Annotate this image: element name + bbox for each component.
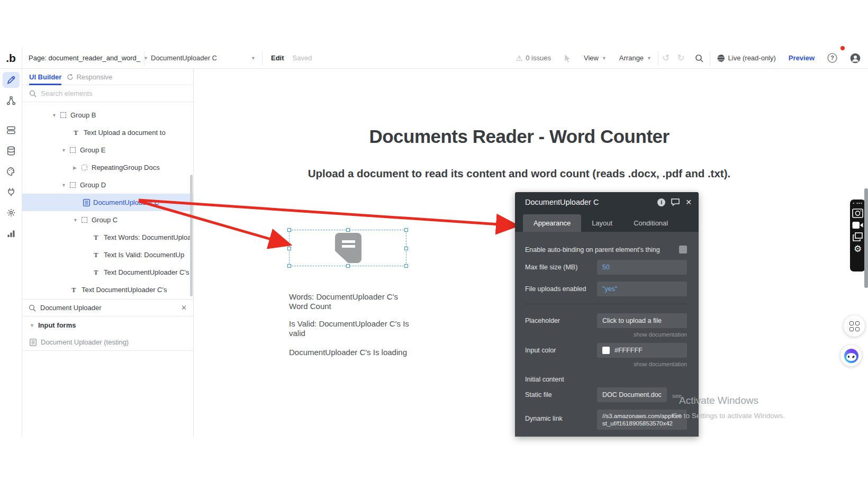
tree-caret-icon[interactable]: ▼ bbox=[61, 183, 70, 188]
resize-handle-sw[interactable] bbox=[287, 264, 291, 268]
resize-handle-se[interactable] bbox=[404, 264, 408, 268]
extension-settings-gear-icon[interactable]: ⚙ bbox=[854, 245, 862, 254]
arrange-menu[interactable]: Arrange ▼ bbox=[613, 48, 658, 69]
arrange-menu-label: Arrange bbox=[619, 54, 644, 62]
resize-handle-w[interactable] bbox=[287, 247, 291, 250]
section-input-forms-label: Input forms bbox=[38, 321, 76, 329]
camera-icon[interactable] bbox=[852, 209, 863, 218]
tree-item-text-is-valid-documentup[interactable]: TText Is Valid: DocumentUp bbox=[22, 246, 193, 264]
workflow-icon[interactable] bbox=[3, 93, 20, 108]
inspector-tab-conditional[interactable]: Conditional bbox=[623, 214, 679, 232]
group-icon bbox=[70, 182, 80, 188]
file-uploads-enabled-input[interactable]: "yes" bbox=[597, 282, 687, 296]
tree-item-text-words-documentuploa[interactable]: TText Words: DocumentUploa bbox=[22, 229, 193, 246]
page-title[interactable]: Documents Reader - Word Counter bbox=[194, 126, 845, 147]
toolbar-dots-icon[interactable]: • ••• bbox=[853, 201, 862, 205]
tree-item-text-documentuploader-c-s[interactable]: TText DocumentUploader C's bbox=[22, 264, 193, 281]
inspector-tab-appearance[interactable]: Appearance bbox=[523, 214, 581, 232]
bubble-logo[interactable]: .b bbox=[0, 48, 22, 69]
styles-palette-icon[interactable] bbox=[3, 164, 20, 179]
copy-pages-icon[interactable] bbox=[853, 232, 863, 241]
color-swatch[interactable] bbox=[602, 347, 610, 354]
database-icon[interactable] bbox=[3, 143, 20, 159]
tree-item-label: Group D bbox=[80, 181, 106, 189]
settings-gear-icon[interactable] bbox=[3, 205, 20, 221]
section-input-forms[interactable]: ▼ Input forms bbox=[22, 316, 193, 334]
activate-windows-watermark-sub: Go to Settings to activate Windows. bbox=[672, 412, 785, 420]
comment-icon[interactable] bbox=[671, 198, 680, 206]
tree-item-group-d[interactable]: ▼Group D bbox=[22, 176, 193, 194]
resize-handle-nw[interactable] bbox=[287, 228, 291, 232]
grid-icon bbox=[849, 321, 860, 331]
resize-handle-ne[interactable] bbox=[404, 228, 408, 232]
help-button[interactable]: ? bbox=[821, 48, 844, 69]
redo-icon[interactable]: ↻ bbox=[673, 48, 688, 69]
uploader-icon bbox=[83, 199, 93, 206]
tree-caret-icon[interactable]: ▼ bbox=[73, 218, 82, 223]
tree-caret-icon[interactable]: ▼ bbox=[52, 113, 60, 118]
undo-icon[interactable]: ↺ bbox=[658, 48, 673, 69]
selected-uploader-element[interactable] bbox=[289, 230, 406, 266]
show-documentation-link[interactable]: show documentation bbox=[525, 361, 687, 367]
canvas-text-element[interactable]: Words: DocumentUploader C's Word Count bbox=[289, 292, 413, 311]
logs-chart-icon[interactable] bbox=[3, 225, 20, 241]
window-scrollbar-thumb[interactable] bbox=[864, 188, 868, 288]
auto-binding-checkbox[interactable] bbox=[679, 246, 687, 253]
search-result-item[interactable]: Document Uploader (testing) bbox=[22, 334, 193, 351]
tab-responsive[interactable]: Responsive bbox=[67, 73, 112, 81]
show-documentation-link[interactable]: show documentation bbox=[525, 331, 687, 338]
edit-menu[interactable]: Edit bbox=[263, 48, 291, 69]
text-icon: T bbox=[74, 129, 84, 137]
rgroup-icon bbox=[82, 165, 92, 170]
page-selector-dropdown[interactable]: Page: document_reader_and_word_ ▼ bbox=[22, 48, 144, 69]
tree-caret-icon[interactable]: ▼ bbox=[61, 148, 70, 153]
tree-caret-icon[interactable]: ▶ bbox=[73, 165, 82, 170]
search-icon[interactable] bbox=[689, 48, 710, 69]
tree-item-text-documentuploader-c-s[interactable]: TText DocumentUploader C's bbox=[22, 281, 193, 298]
tree-item-label: Text DocumentUploader C's bbox=[82, 286, 167, 294]
static-file-input[interactable]: DOC Document.doc bbox=[597, 387, 667, 402]
inspector-tab-layout[interactable]: Layout bbox=[581, 214, 623, 232]
view-menu[interactable]: View ▼ bbox=[577, 48, 613, 69]
input-color-input[interactable]: #FFFFFF bbox=[597, 343, 687, 358]
resize-handle-n[interactable] bbox=[346, 228, 350, 232]
search-elements-field[interactable]: Search elements bbox=[22, 85, 193, 102]
preview-button[interactable]: Preview bbox=[782, 48, 821, 69]
canvas-text-element[interactable]: Is Valid: DocumentUploader C's Is valid bbox=[289, 319, 413, 338]
pages-icon[interactable] bbox=[3, 122, 20, 138]
pointer-tool-icon[interactable] bbox=[557, 48, 577, 69]
user-avatar[interactable] bbox=[844, 48, 868, 69]
max-file-size-input[interactable]: 50 bbox=[597, 260, 687, 275]
plugins-plug-icon[interactable] bbox=[3, 184, 20, 200]
tab-ui-builder[interactable]: UI Builder bbox=[29, 69, 61, 85]
extension-toolbar: • ••• ⚙ bbox=[850, 200, 865, 271]
tree-item-group-b[interactable]: ▼Group B bbox=[22, 106, 193, 124]
tree-item-repeatinggroup-docs[interactable]: ▶RepeatingGroup Docs bbox=[22, 159, 193, 176]
tree-item-documentuploader-c[interactable]: DocumentUploader C bbox=[22, 194, 193, 211]
info-icon[interactable]: i bbox=[657, 198, 665, 206]
tree-scrollbar-thumb[interactable] bbox=[190, 175, 193, 296]
page-subtitle[interactable]: Upload a document to read its content an… bbox=[194, 167, 845, 180]
tree-item-label: RepeatingGroup Docs bbox=[92, 164, 160, 171]
design-pencil-icon[interactable] bbox=[3, 72, 20, 88]
apps-grid-button[interactable] bbox=[844, 315, 865, 337]
issues-indicator[interactable]: ⚠ 0 issues bbox=[510, 48, 557, 69]
tree-item-group-c[interactable]: ▼Group C bbox=[22, 211, 193, 229]
inspector-tabs: AppearanceLayoutConditional bbox=[515, 212, 699, 232]
element-filter-value: Document Uploader bbox=[40, 304, 102, 312]
element-filter-box[interactable]: Document Uploader ✕ bbox=[22, 299, 193, 316]
resize-handle-e[interactable] bbox=[404, 247, 408, 250]
element-selector-dropdown[interactable]: DocumentUploader C ▼ bbox=[144, 48, 262, 69]
chevron-down-icon: ▼ bbox=[602, 56, 607, 61]
element-selector-label: DocumentUploader C bbox=[151, 54, 217, 62]
clear-filter-icon[interactable]: ✕ bbox=[181, 304, 187, 312]
video-camera-icon[interactable] bbox=[852, 221, 863, 229]
placeholder-input[interactable]: Click to upload a file bbox=[597, 313, 687, 328]
assistant-bot-button[interactable] bbox=[840, 345, 862, 366]
inspector-header[interactable]: DocumentUploader C i ✕ bbox=[515, 192, 699, 212]
live-version-selector[interactable]: Live (read-only) bbox=[710, 48, 782, 69]
close-icon[interactable]: ✕ bbox=[685, 198, 692, 206]
canvas-text-element[interactable]: DocumentUploader C's Is loading bbox=[289, 348, 413, 357]
tree-item-group-e[interactable]: ▼Group E bbox=[22, 141, 193, 159]
tree-item-text-upload-a-document-to[interactable]: TText Upload a document to bbox=[22, 124, 193, 141]
